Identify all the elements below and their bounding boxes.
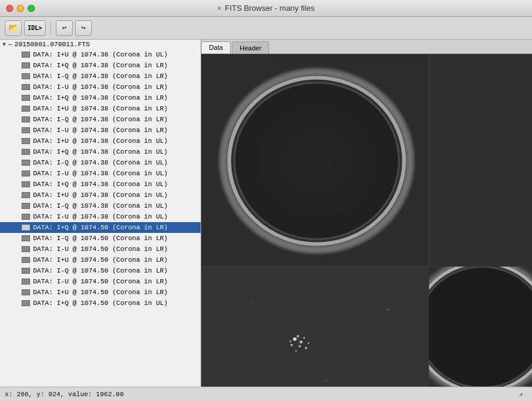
tree-item-icon (22, 149, 30, 155)
tree-item[interactable]: DATA: I+U @ 1074.38 (Corona in UL) (0, 190, 201, 200)
tree-item-label: DATA: I-U @ 1074.38 (Corona in UL) (33, 170, 168, 177)
tree-item-icon (22, 268, 30, 274)
svg-point-36 (500, 220, 501, 221)
window-icon: ✕ (217, 4, 222, 12)
maximize-button[interactable] (28, 5, 35, 12)
svg-point-30 (307, 342, 309, 344)
tree-item[interactable]: DATA: I-U @ 1074.38 (Corona in UL) (0, 168, 201, 179)
tree-item[interactable]: DATA: I+U @ 1074.38 (Corona in LR) (0, 103, 201, 114)
tree-item-icon (22, 127, 30, 133)
tree-item-icon (22, 246, 30, 252)
tree-item-label: DATA: I+U @ 1074.38 (Corona in UL) (33, 191, 168, 199)
svg-point-31 (250, 303, 252, 304)
svg-point-29 (289, 340, 291, 342)
idl-label: IDL> (28, 25, 42, 31)
tree-item[interactable]: DATA: I-Q @ 1074.50 (Corona in LR) (0, 265, 201, 276)
tree-item-icon (22, 52, 30, 58)
tree-item[interactable]: DATA: I-Q @ 1074.38 (Corona in LR) (0, 114, 201, 125)
tree-item-label: DATA: I+Q @ 1074.38 (Corona in LR) (33, 94, 168, 101)
tree-item-label: DATA: I+U @ 1074.50 (Corona in LR) (33, 256, 168, 264)
svg-rect-34 (429, 54, 532, 267)
tree-item-label: DATA: I+Q @ 1074.50 (Corona in UL) (33, 300, 168, 307)
svg-point-24 (291, 344, 293, 346)
svg-point-21 (293, 337, 297, 341)
svg-point-23 (300, 340, 303, 343)
tree-item[interactable]: DATA: I+U @ 1074.38 (Corona in UL) (0, 136, 201, 146)
tree-item-icon (22, 181, 30, 187)
tree-item-label: DATA: I+Q @ 1074.38 (Corona in LR) (33, 62, 168, 69)
tree-item-label: DATA: I+Q @ 1074.38 (Corona in UL) (33, 181, 168, 188)
svg-point-25 (303, 337, 305, 339)
tree-item-icon (22, 84, 30, 90)
svg-point-32 (325, 380, 327, 381)
tree-item[interactable]: DATA: I-U @ 1074.38 (Corona in UL) (0, 211, 201, 222)
close-button[interactable] (6, 5, 13, 12)
tree-item-label: DATA: I+Q @ 1074.50 (Corona in LR) (33, 224, 168, 231)
tree-item-icon (22, 138, 30, 144)
minimize-button[interactable] (17, 5, 24, 12)
data-spots (201, 267, 429, 387)
open-button[interactable]: 📂 (5, 20, 22, 36)
tree-item[interactable]: DATA: I+Q @ 1074.38 (Corona in LR) (0, 92, 201, 103)
tree-item-label: DATA: I+U @ 1074.38 (Corona in UL) (33, 51, 168, 58)
svg-point-7 (220, 69, 413, 253)
idl-button[interactable]: IDL> (24, 20, 46, 36)
tree-item-icon (22, 62, 30, 68)
tree-item-icon (22, 257, 30, 263)
tree-item[interactable]: DATA: I+U @ 1074.50 (Corona in LR) (0, 287, 201, 298)
tree-item[interactable]: DATA: I-U @ 1074.50 (Corona in LR) (0, 244, 201, 255)
tree-panel[interactable]: ▼ — 20150801.070011.FTS DATA: I+U @ 1074… (0, 40, 201, 387)
svg-point-33 (387, 309, 389, 310)
tab-data[interactable]: Data (201, 41, 231, 53)
svg-point-28 (305, 347, 307, 349)
undo-button[interactable]: ↩ (56, 20, 73, 36)
tree-item-icon (22, 225, 30, 231)
tree-item[interactable]: DATA: I+Q @ 1074.50 (Corona in UL) (0, 298, 201, 309)
tree-expand-icon: ▼ (2, 41, 6, 48)
tree-item[interactable]: DATA: I-U @ 1074.38 (Corona in LR) (0, 125, 201, 136)
tree-item-label: DATA: I-U @ 1074.38 (Corona in UL) (33, 213, 168, 220)
tree-item[interactable]: DATA: I-U @ 1074.50 (Corona in LR) (0, 276, 201, 287)
tree-root-name: 20150801.070011.FTS (14, 41, 89, 48)
tree-item[interactable]: DATA: I-Q @ 1074.38 (Corona in UL) (0, 200, 201, 211)
tab-bar: Data Header (201, 40, 532, 54)
toolbar-separator (50, 22, 51, 35)
tree-item[interactable]: DATA: I+U @ 1074.38 (Corona in UL) (0, 49, 201, 60)
svg-rect-20 (201, 267, 429, 387)
tree-items-container: DATA: I+U @ 1074.38 (Corona in UL)DATA: … (0, 49, 201, 309)
tree-item-label: DATA: I-Q @ 1074.38 (Corona in UL) (33, 202, 168, 210)
tree-item-label: DATA: I-Q @ 1074.38 (Corona in LR) (33, 73, 168, 80)
tree-item[interactable]: DATA: I+Q @ 1074.50 (Corona in LR) (0, 222, 201, 233)
tree-item[interactable]: DATA: I+Q @ 1074.38 (Corona in UL) (0, 179, 201, 190)
tree-item-label: DATA: I-Q @ 1074.50 (Corona in LR) (33, 267, 168, 274)
tree-item-label: DATA: I+Q @ 1074.38 (Corona in UL) (33, 148, 168, 155)
svg-point-27 (295, 350, 297, 352)
tree-item[interactable]: DATA: I-Q @ 1074.38 (Corona in UL) (0, 157, 201, 168)
tree-item-label: DATA: I+U @ 1074.38 (Corona in UL) (33, 137, 168, 145)
tree-root[interactable]: ▼ — 20150801.070011.FTS (0, 40, 201, 49)
svg-point-22 (297, 335, 299, 337)
tree-item[interactable]: DATA: I+U @ 1074.50 (Corona in LR) (0, 255, 201, 265)
window-title: FITS Browser - many files (225, 4, 315, 13)
tree-item[interactable]: DATA: I+Q @ 1074.38 (Corona in UL) (0, 146, 201, 157)
tree-item[interactable]: DATA: I-Q @ 1074.50 (Corona in LR) (0, 233, 201, 244)
tree-item-icon (22, 279, 30, 285)
tree-item-icon (22, 192, 30, 198)
tree-item-icon (22, 106, 30, 112)
tree-item-icon (22, 95, 30, 101)
tab-header[interactable]: Header (232, 41, 269, 53)
tree-item-icon (22, 203, 30, 209)
redo-icon: ↪ (81, 23, 85, 32)
tree-item-label: DATA: I-Q @ 1074.50 (Corona in LR) (33, 235, 168, 242)
tree-item-label: DATA: I-U @ 1074.50 (Corona in LR) (33, 246, 168, 253)
tree-item-icon (22, 235, 30, 241)
tree-item[interactable]: DATA: I+Q @ 1074.38 (Corona in LR) (0, 60, 201, 71)
tree-item[interactable]: DATA: I-Q @ 1074.38 (Corona in LR) (0, 71, 201, 82)
tree-item[interactable]: DATA: I-U @ 1074.38 (Corona in LR) (0, 82, 201, 92)
tree-item-icon (22, 160, 30, 166)
image-canvas (201, 54, 532, 387)
redo-button[interactable]: ↪ (75, 20, 92, 36)
title-bar: ✕ FITS Browser - many files (0, 0, 532, 17)
tree-item-icon (22, 214, 30, 220)
tree-item-label: DATA: I-Q @ 1074.38 (Corona in UL) (33, 159, 168, 166)
